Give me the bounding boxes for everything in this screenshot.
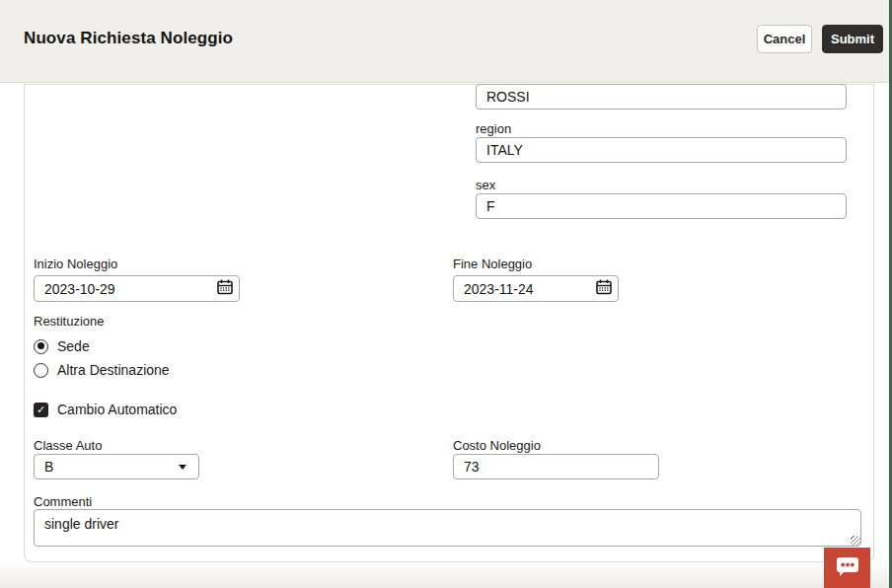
costo-noleggio-label: Costo Noleggio bbox=[453, 438, 541, 453]
submit-button[interactable]: Submit bbox=[822, 25, 883, 53]
radio-option-altra-destinazione[interactable]: Altra Destinazione bbox=[34, 362, 170, 378]
fine-noleggio-field bbox=[453, 275, 619, 302]
dropdown-caret-icon bbox=[179, 465, 186, 470]
classe-auto-select[interactable]: B bbox=[34, 454, 199, 479]
radio-option-sede[interactable]: Sede bbox=[34, 338, 90, 354]
sex-label: sex bbox=[476, 178, 495, 192]
radio-label: Sede bbox=[57, 338, 90, 354]
inizio-noleggio-input[interactable] bbox=[35, 281, 214, 297]
calendar-icon bbox=[216, 278, 234, 299]
app-window: Nuova Richiesta Noleggio Cancel Submit r… bbox=[0, 0, 892, 588]
fine-noleggio-input[interactable] bbox=[454, 281, 593, 297]
page-title: Nuova Richiesta Noleggio bbox=[24, 29, 233, 48]
checkbox-checked-icon: ✓ bbox=[34, 403, 48, 417]
commenti-textarea[interactable]: single driver bbox=[34, 509, 861, 547]
radio-selected-icon bbox=[34, 339, 48, 354]
cancel-button[interactable]: Cancel bbox=[757, 25, 812, 53]
inizio-noleggio-label: Inizio Noleggio bbox=[34, 257, 117, 271]
cambio-automatico-checkbox[interactable]: ✓ Cambio Automatico bbox=[34, 402, 177, 417]
fine-noleggio-label: Fine Noleggio bbox=[453, 257, 532, 271]
inizio-noleggio-field bbox=[34, 275, 240, 302]
textarea-resize-handle[interactable] bbox=[851, 536, 860, 546]
chat-feedback-button[interactable] bbox=[824, 548, 870, 588]
surname-input[interactable] bbox=[476, 84, 847, 110]
chat-bubble-icon bbox=[835, 554, 860, 581]
region-input[interactable] bbox=[476, 137, 847, 163]
region-label: region bbox=[476, 121, 511, 136]
fine-calendar-button[interactable] bbox=[593, 278, 615, 299]
page-header: Nuova Richiesta Noleggio Cancel Submit bbox=[0, 0, 889, 83]
calendar-icon bbox=[595, 278, 613, 299]
inizio-calendar-button[interactable] bbox=[214, 278, 236, 299]
commenti-label: Commenti bbox=[34, 494, 92, 509]
sex-input[interactable] bbox=[476, 193, 847, 219]
restituzione-label: Restituzione bbox=[34, 314, 105, 329]
radio-unselected-icon bbox=[34, 363, 48, 378]
checkbox-label: Cambio Automatico bbox=[57, 402, 177, 417]
costo-noleggio-input[interactable] bbox=[453, 454, 659, 479]
selected-value: B bbox=[44, 459, 179, 475]
page-bottom-fade bbox=[0, 562, 889, 588]
classe-auto-label: Classe Auto bbox=[34, 438, 102, 453]
radio-label: Altra Destinazione bbox=[57, 362, 170, 378]
